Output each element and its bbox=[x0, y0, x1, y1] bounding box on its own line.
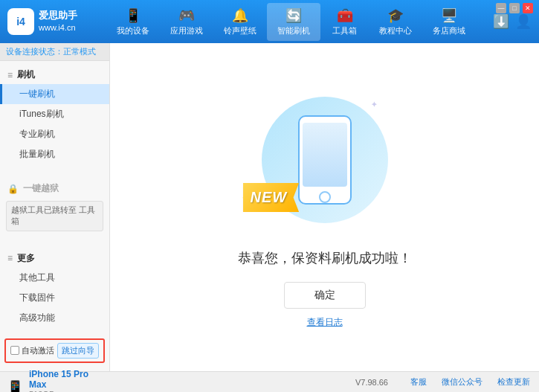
flash-section-icon: ≡ bbox=[7, 70, 13, 80]
device-details: iPhone 15 Pro Max 512GB iPhone bbox=[29, 369, 103, 392]
top-right-area: ⬇️ 👤 bbox=[493, 13, 532, 30]
auto-activate-cb[interactable] bbox=[10, 346, 19, 355]
tab-smart-flash[interactable]: 🔄 智能刷机 bbox=[267, 3, 320, 41]
phone-body bbox=[298, 115, 352, 205]
logo-icon: i4 bbox=[7, 8, 34, 35]
flash-section-label: 刷机 bbox=[17, 68, 35, 81]
logo-text: 爱思助手 www.i4.cn bbox=[39, 9, 77, 34]
tab-apps-label: 应用游戏 bbox=[170, 25, 203, 36]
tab-apps-games[interactable]: 🎮 应用游戏 bbox=[160, 3, 213, 41]
sidebar-item-batch-flash[interactable]: 批量刷机 bbox=[0, 144, 109, 164]
phone-illustration: ✦ ✦ ✦ ★ NEW ★ bbox=[251, 86, 399, 234]
new-ribbon: ★ NEW ★ bbox=[243, 183, 300, 212]
tab-ringtone[interactable]: 🔔 铃声壁纸 bbox=[213, 3, 267, 41]
tab-toolbox-label: 工具箱 bbox=[332, 25, 357, 36]
toolbox-icon: 🧰 bbox=[337, 7, 353, 24]
success-message: 恭喜您，保资料刷机成功啦！ bbox=[238, 249, 412, 267]
status-bar: 设备连接状态：正常模式 bbox=[0, 43, 109, 61]
minimize-button[interactable]: — bbox=[496, 3, 506, 13]
tab-toolbox[interactable]: 🧰 工具箱 bbox=[320, 3, 369, 41]
new-badge: ★ NEW ★ bbox=[243, 183, 300, 212]
flash-icon: 🔄 bbox=[285, 7, 302, 24]
website: www.i4.cn bbox=[39, 22, 77, 33]
more-section-icon: ≡ bbox=[7, 253, 13, 263]
service-icon: 🖥️ bbox=[441, 7, 457, 24]
top-bar: — □ ✕ i4 爱思助手 www.i4.cn 📱 我的设备 🎮 应用游戏 🔔 … bbox=[0, 0, 539, 43]
tab-my-device-label: 我的设备 bbox=[117, 25, 149, 36]
brand-name: 爱思助手 bbox=[39, 9, 77, 22]
sidebar: 设备连接状态：正常模式 ≡ 刷机 一键刷机 iTunes刷机 专业刷机 批量刷机… bbox=[0, 43, 110, 371]
sidebar-item-advanced[interactable]: 高级功能 bbox=[0, 308, 109, 328]
device-row: 📱 iPhone 15 Pro Max 512GB iPhone bbox=[0, 366, 109, 392]
logo-char: i4 bbox=[16, 16, 25, 28]
content-area: ✦ ✦ ✦ ★ NEW ★ 恭喜您，保资料刷机成功啦！ 确定 查看日志 bbox=[110, 43, 539, 371]
jailbreak-label: 一键越狱 bbox=[23, 182, 59, 195]
sidebar-item-other-tools[interactable]: 其他工具 bbox=[0, 268, 109, 288]
phone-screen bbox=[303, 123, 347, 187]
new-text: NEW bbox=[251, 189, 288, 206]
tab-service[interactable]: 🖥️ 务店商域 bbox=[422, 3, 476, 41]
tab-service-label: 务店商域 bbox=[433, 25, 465, 36]
jailbreak-section-title: 🔒 一键越狱 bbox=[0, 179, 109, 198]
tab-my-device[interactable]: 📱 我的设备 bbox=[106, 3, 160, 41]
wechat-link[interactable]: 微信公众号 bbox=[442, 376, 482, 388]
tab-flash-label: 智能刷机 bbox=[277, 25, 310, 36]
sidebar-item-pro-flash[interactable]: 专业刷机 bbox=[0, 124, 109, 144]
more-section: ≡ 更多 其他工具 下载固件 高级功能 bbox=[0, 245, 109, 332]
more-section-title: ≡ 更多 bbox=[0, 249, 109, 268]
status-value: 正常模式 bbox=[63, 47, 96, 56]
sidebar-item-itunes-flash[interactable]: iTunes刷机 bbox=[0, 104, 109, 124]
tab-tutorial[interactable]: 🎓 教程中心 bbox=[369, 3, 422, 41]
logo-area: i4 爱思助手 www.i4.cn bbox=[7, 8, 89, 35]
auto-activate-checkbox[interactable]: 自动激活 bbox=[10, 345, 54, 356]
status-label: 设备连接状态： bbox=[6, 47, 63, 56]
log-link[interactable]: 查看日志 bbox=[307, 316, 343, 329]
sparkle-top-left: ✦ bbox=[269, 104, 278, 116]
sparkle-top-right: ✦ bbox=[371, 100, 377, 109]
apps-icon: 🎮 bbox=[178, 7, 195, 24]
check-update-link[interactable]: 检查更新 bbox=[497, 376, 530, 388]
device-phone-icon: 📱 bbox=[6, 379, 25, 392]
phone-home-btn bbox=[319, 191, 331, 203]
flash-section-title: ≡ 刷机 bbox=[0, 65, 109, 84]
window-controls: — □ ✕ bbox=[496, 3, 533, 13]
tutorial-icon: 🎓 bbox=[387, 7, 404, 24]
confirm-button[interactable]: 确定 bbox=[284, 282, 366, 309]
lock-icon: 🔒 bbox=[7, 184, 19, 194]
jailbreak-section: 🔒 一键越狱 越狱工具已跳转至 工具箱 bbox=[0, 175, 109, 239]
auto-activate-label: 自动激活 bbox=[22, 345, 54, 356]
ringtone-icon: 🔔 bbox=[232, 7, 248, 24]
jailbreak-notice: 越狱工具已跳转至 工具箱 bbox=[6, 201, 103, 231]
more-section-label: 更多 bbox=[17, 252, 35, 265]
tab-tutorial-label: 教程中心 bbox=[379, 25, 412, 36]
tab-ringtone-label: 铃声壁纸 bbox=[224, 25, 256, 36]
main-layout: 设备连接状态：正常模式 ≡ 刷机 一键刷机 iTunes刷机 专业刷机 批量刷机… bbox=[0, 43, 539, 371]
flash-section: ≡ 刷机 一键刷机 iTunes刷机 专业刷机 批量刷机 bbox=[0, 61, 109, 169]
skip-guide-button[interactable]: 跳过向导 bbox=[57, 343, 99, 359]
star-left-icon: ★ bbox=[237, 193, 244, 202]
sidebar-bottom: 自动激活 跳过向导 📱 iPhone 15 Pro Max 512GB iPho… bbox=[0, 332, 109, 392]
device-icon: 📱 bbox=[125, 7, 141, 24]
user-button[interactable]: 👤 bbox=[515, 13, 532, 30]
customer-service-link[interactable]: 客服 bbox=[410, 376, 427, 388]
maximize-button[interactable]: □ bbox=[509, 3, 520, 13]
sidebar-item-download-firmware[interactable]: 下载固件 bbox=[0, 288, 109, 308]
download-button[interactable]: ⬇️ bbox=[493, 13, 509, 30]
device-name: iPhone 15 Pro Max bbox=[29, 369, 103, 390]
version-label: V7.98.66 bbox=[355, 378, 388, 387]
close-button[interactable]: ✕ bbox=[523, 3, 533, 13]
nav-tabs: 📱 我的设备 🎮 应用游戏 🔔 铃声壁纸 🔄 智能刷机 🧰 工具箱 🎓 教程中心… bbox=[89, 3, 493, 41]
auto-activate-row: 自动激活 跳过向导 bbox=[4, 338, 105, 363]
sidebar-item-one-key-flash[interactable]: 一键刷机 bbox=[0, 84, 109, 104]
